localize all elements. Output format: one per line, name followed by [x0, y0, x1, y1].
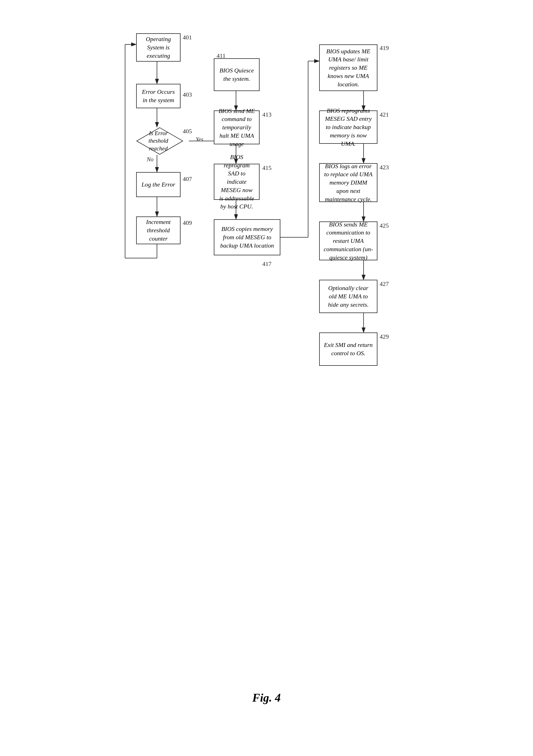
node-423: BIOS logs an error to replace old UMA me… [319, 163, 377, 202]
ref-417: 417 [262, 260, 271, 268]
node-409: Increment threshold counter [136, 216, 181, 244]
node-425: BIOS sends ME communication to restart U… [319, 222, 377, 260]
node-411: BIOS Quiesce the system. [214, 58, 260, 91]
ref-409: 409 [183, 219, 192, 227]
ref-403: 403 [183, 91, 192, 98]
node-401: Operating System is executing [136, 33, 181, 62]
yes-label: Yes [196, 136, 203, 143]
ref-405: 405 [183, 128, 192, 135]
ref-413: 413 [262, 111, 271, 118]
diagram-container: Operating System is executing 401 Error … [114, 17, 419, 721]
ref-411: 411 [216, 52, 225, 59]
node-403: Error Occurs in the system [136, 84, 181, 108]
node-421: BIOS reprograms MESEG SAD entry to indic… [319, 110, 377, 144]
ref-407: 407 [183, 176, 192, 183]
node-429: Exit SMI and return control to OS. [319, 333, 377, 366]
figure-caption: Fig. 4 [114, 691, 419, 704]
ref-401: 401 [183, 34, 192, 41]
ref-421: 421 [380, 111, 389, 118]
node-419: BIOS updates ME UMA base/ limit register… [319, 44, 377, 91]
ref-423: 423 [380, 164, 389, 171]
no-label: No [147, 156, 154, 163]
node-415: BIOS reprogram SAD to indicate MESEG now… [214, 164, 260, 200]
node-427: Optionally clear old ME UMA to hide any … [319, 280, 377, 313]
ref-419: 419 [380, 44, 389, 52]
ref-415: 415 [262, 164, 271, 172]
node-407: Log the Error [136, 172, 181, 197]
ref-427: 427 [380, 280, 389, 287]
node-copies: BIOS copies memory from old MESEG to bac… [214, 219, 280, 255]
node-405: Is Error theshold reached [135, 127, 182, 155]
node-413: BIOS send ME command to temporarily halt… [214, 110, 260, 144]
flowchart: Operating System is executing 401 Error … [114, 17, 419, 683]
ref-425: 425 [380, 222, 389, 229]
ref-429: 429 [380, 333, 389, 340]
